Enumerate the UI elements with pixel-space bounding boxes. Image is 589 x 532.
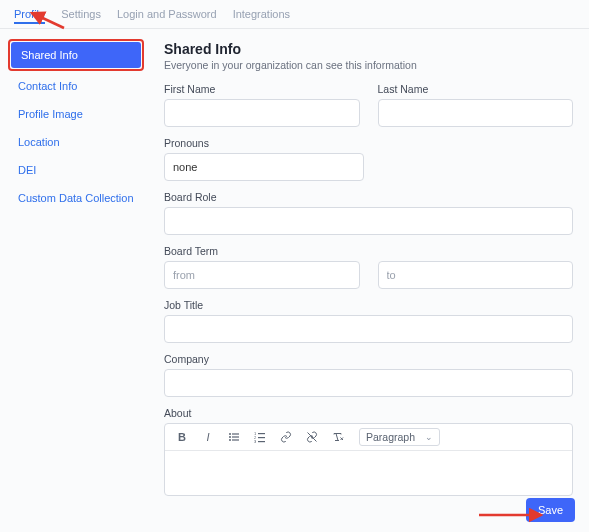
last-name-label: Last Name [378,83,574,95]
tab-profile[interactable]: Profile [14,6,45,24]
company-input[interactable] [164,369,573,397]
italic-icon[interactable]: I [199,428,217,446]
first-name-input[interactable] [164,99,360,127]
about-label: About [164,407,573,419]
highlight-box: Shared Info [8,39,144,71]
board-role-label: Board Role [164,191,573,203]
svg-rect-3 [232,436,239,437]
svg-point-0 [229,433,231,435]
sidebar-item-location[interactable]: Location [8,129,144,155]
link-icon[interactable] [277,428,295,446]
svg-rect-7 [258,433,265,434]
svg-rect-9 [258,437,265,438]
pronouns-label: Pronouns [164,137,364,149]
board-term-label: Board Term [164,245,573,257]
sidebar-item-custom-data[interactable]: Custom Data Collection [8,185,144,211]
main-panel: Shared Info Everyone in your organizatio… [150,39,589,506]
board-term-from-input[interactable] [164,261,360,289]
job-title-input[interactable] [164,315,573,343]
sidebar-item-profile-image[interactable]: Profile Image [8,101,144,127]
bold-icon[interactable]: B [173,428,191,446]
about-editor: B I 123 [164,423,573,496]
section-subtitle: Everyone in your organization can see th… [164,59,573,71]
sidebar: Shared Info Contact Info Profile Image L… [0,39,150,213]
last-name-input[interactable] [378,99,574,127]
sidebar-item-dei[interactable]: DEI [8,157,144,183]
sidebar-item-shared-info[interactable]: Shared Info [11,42,141,68]
chevron-down-icon: ⌄ [425,432,433,442]
sidebar-item-contact-info[interactable]: Contact Info [8,73,144,99]
editor-toolbar: B I 123 [165,424,572,451]
section-title: Shared Info [164,41,573,57]
tab-login-password[interactable]: Login and Password [117,6,217,24]
board-role-input[interactable] [164,207,573,235]
svg-rect-1 [232,433,239,434]
tab-settings[interactable]: Settings [61,6,101,24]
tab-integrations[interactable]: Integrations [233,6,290,24]
clear-format-icon[interactable] [329,428,347,446]
format-select[interactable]: Paragraph ⌄ [359,428,440,446]
board-term-to-input[interactable] [378,261,574,289]
format-select-label: Paragraph [366,431,415,443]
unlink-icon[interactable] [303,428,321,446]
svg-rect-11 [258,441,265,442]
about-editor-body[interactable] [165,451,572,495]
pronouns-input[interactable] [164,153,364,181]
svg-text:3: 3 [254,439,257,443]
bullet-list-icon[interactable] [225,428,243,446]
svg-point-2 [229,436,231,438]
job-title-label: Job Title [164,299,573,311]
top-tabs: Profile Settings Login and Password Inte… [0,0,589,29]
numbered-list-icon[interactable]: 123 [251,428,269,446]
svg-rect-5 [232,439,239,440]
first-name-label: First Name [164,83,360,95]
company-label: Company [164,353,573,365]
svg-point-4 [229,439,231,441]
save-button[interactable]: Save [526,498,575,522]
